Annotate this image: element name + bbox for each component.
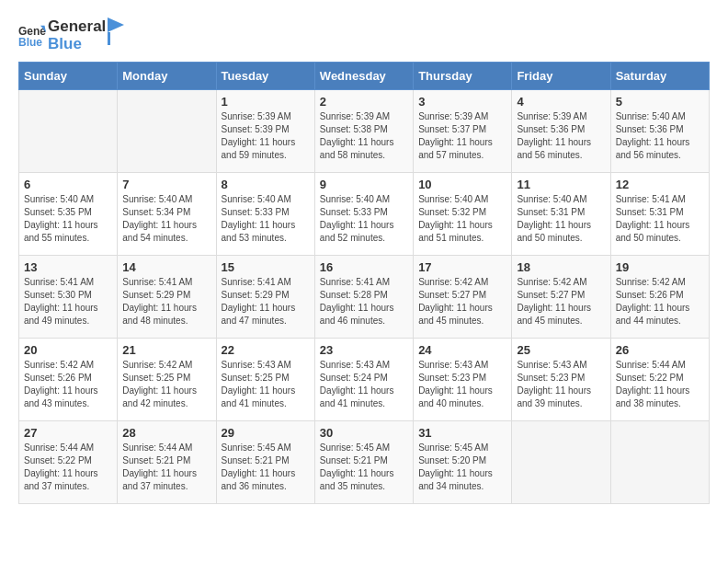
day-info: Sunrise: 5:40 AM Sunset: 5:33 PM Dayligh…: [222, 193, 310, 245]
sunset-text: Sunset: 5:23 PM: [418, 373, 486, 383]
logo-blue: Blue: [48, 36, 106, 53]
sunset-text: Sunset: 5:25 PM: [122, 373, 190, 383]
sunset-text: Sunset: 5:22 PM: [24, 455, 92, 465]
sunrise-text: Sunrise: 5:40 AM: [222, 194, 291, 204]
logo-general: General: [48, 18, 106, 36]
calendar-cell: 22 Sunrise: 5:43 AM Sunset: 5:25 PM Dayl…: [216, 339, 314, 421]
sunrise-text: Sunrise: 5:42 AM: [517, 277, 586, 287]
daylight-text: Daylight: 11 hours and 35 minutes.: [320, 468, 394, 491]
calendar-week-row: 27 Sunrise: 5:44 AM Sunset: 5:22 PM Dayl…: [19, 421, 710, 504]
sunrise-text: Sunrise: 5:41 AM: [122, 277, 192, 287]
day-info: Sunrise: 5:41 AM Sunset: 5:29 PM Dayligh…: [122, 276, 210, 327]
sunrise-text: Sunrise: 5:44 AM: [616, 360, 686, 370]
day-number: 5: [616, 95, 704, 109]
sunrise-text: Sunrise: 5:40 AM: [517, 194, 586, 204]
sunrise-text: Sunrise: 5:42 AM: [616, 277, 686, 287]
sunrise-text: Sunrise: 5:41 AM: [616, 194, 686, 204]
calendar-cell: 6 Sunrise: 5:40 AM Sunset: 5:35 PM Dayli…: [19, 173, 118, 256]
day-number: 28: [122, 426, 210, 440]
sunset-text: Sunset: 5:39 PM: [222, 124, 290, 134]
daylight-text: Daylight: 11 hours and 52 minutes.: [320, 220, 394, 243]
calendar-cell: 28 Sunrise: 5:44 AM Sunset: 5:21 PM Dayl…: [118, 421, 216, 504]
day-info: Sunrise: 5:42 AM Sunset: 5:26 PM Dayligh…: [24, 359, 112, 410]
day-info: Sunrise: 5:41 AM Sunset: 5:31 PM Dayligh…: [616, 193, 704, 245]
day-info: Sunrise: 5:44 AM Sunset: 5:22 PM Dayligh…: [616, 359, 704, 410]
calendar-cell: 20 Sunrise: 5:42 AM Sunset: 5:26 PM Dayl…: [19, 339, 118, 421]
day-number: 14: [122, 260, 210, 274]
day-number: 23: [320, 343, 408, 357]
day-number: 20: [24, 343, 112, 357]
day-number: 17: [418, 260, 506, 274]
sunset-text: Sunset: 5:22 PM: [616, 373, 684, 383]
weekday-header-saturday: Saturday: [610, 63, 709, 90]
daylight-text: Daylight: 11 hours and 47 minutes.: [222, 303, 296, 326]
day-number: 8: [222, 178, 310, 191]
calendar-cell: 17 Sunrise: 5:42 AM Sunset: 5:27 PM Dayl…: [414, 256, 512, 339]
day-info: Sunrise: 5:45 AM Sunset: 5:20 PM Dayligh…: [418, 442, 506, 493]
page-header: General Blue General Blue: [18, 18, 710, 52]
day-info: Sunrise: 5:43 AM Sunset: 5:24 PM Dayligh…: [320, 359, 408, 410]
day-info: Sunrise: 5:40 AM Sunset: 5:31 PM Dayligh…: [517, 193, 605, 245]
calendar-cell: 14 Sunrise: 5:41 AM Sunset: 5:29 PM Dayl…: [118, 256, 216, 339]
sunset-text: Sunset: 5:20 PM: [418, 455, 486, 465]
calendar-cell: 29 Sunrise: 5:45 AM Sunset: 5:21 PM Dayl…: [216, 421, 314, 504]
sunset-text: Sunset: 5:29 PM: [122, 290, 190, 300]
calendar-cell: 15 Sunrise: 5:41 AM Sunset: 5:29 PM Dayl…: [216, 256, 314, 339]
sunset-text: Sunset: 5:27 PM: [517, 290, 585, 300]
calendar-cell: 18 Sunrise: 5:42 AM Sunset: 5:27 PM Dayl…: [512, 256, 610, 339]
sunrise-text: Sunrise: 5:39 AM: [418, 111, 488, 121]
day-number: 13: [24, 260, 112, 274]
daylight-text: Daylight: 11 hours and 53 minutes.: [222, 220, 296, 243]
sunset-text: Sunset: 5:30 PM: [24, 290, 92, 300]
daylight-text: Daylight: 11 hours and 56 minutes.: [517, 137, 591, 160]
daylight-text: Daylight: 11 hours and 48 minutes.: [122, 303, 197, 326]
day-info: Sunrise: 5:44 AM Sunset: 5:21 PM Dayligh…: [122, 442, 210, 493]
sunrise-text: Sunrise: 5:45 AM: [320, 442, 390, 453]
calendar-week-row: 13 Sunrise: 5:41 AM Sunset: 5:30 PM Dayl…: [19, 256, 710, 339]
sunset-text: Sunset: 5:34 PM: [122, 207, 190, 217]
sunrise-text: Sunrise: 5:40 AM: [122, 194, 192, 204]
daylight-text: Daylight: 11 hours and 51 minutes.: [418, 220, 493, 243]
weekday-header-sunday: Sunday: [19, 63, 118, 90]
day-info: Sunrise: 5:39 AM Sunset: 5:38 PM Dayligh…: [320, 110, 408, 162]
daylight-text: Daylight: 11 hours and 57 minutes.: [418, 137, 493, 160]
day-number: 19: [616, 260, 704, 274]
day-number: 11: [517, 178, 605, 191]
day-info: Sunrise: 5:40 AM Sunset: 5:35 PM Dayligh…: [24, 193, 112, 245]
daylight-text: Daylight: 11 hours and 37 minutes.: [122, 468, 197, 491]
sunrise-text: Sunrise: 5:41 AM: [320, 277, 390, 287]
calendar-cell: 10 Sunrise: 5:40 AM Sunset: 5:32 PM Dayl…: [414, 173, 512, 256]
day-number: 22: [222, 343, 310, 357]
daylight-text: Daylight: 11 hours and 58 minutes.: [320, 137, 394, 160]
day-info: Sunrise: 5:41 AM Sunset: 5:29 PM Dayligh…: [222, 276, 310, 327]
sunrise-text: Sunrise: 5:40 AM: [418, 194, 488, 204]
sunrise-text: Sunrise: 5:44 AM: [24, 442, 94, 453]
sunset-text: Sunset: 5:38 PM: [320, 124, 388, 134]
sunset-text: Sunset: 5:33 PM: [222, 207, 290, 217]
sunset-text: Sunset: 5:26 PM: [24, 373, 92, 383]
sunrise-text: Sunrise: 5:43 AM: [418, 360, 488, 370]
weekday-header-monday: Monday: [118, 63, 216, 90]
sunrise-text: Sunrise: 5:43 AM: [517, 360, 586, 370]
logo-flag-icon: [108, 17, 124, 45]
daylight-text: Daylight: 11 hours and 45 minutes.: [517, 303, 591, 326]
day-info: Sunrise: 5:42 AM Sunset: 5:27 PM Dayligh…: [517, 276, 605, 327]
sunset-text: Sunset: 5:21 PM: [320, 455, 388, 465]
daylight-text: Daylight: 11 hours and 54 minutes.: [122, 220, 197, 243]
calendar-week-row: 1 Sunrise: 5:39 AM Sunset: 5:39 PM Dayli…: [19, 90, 710, 173]
sunrise-text: Sunrise: 5:40 AM: [320, 194, 390, 204]
svg-rect-4: [108, 32, 110, 45]
sunset-text: Sunset: 5:35 PM: [24, 207, 92, 217]
sunset-text: Sunset: 5:33 PM: [320, 207, 388, 217]
day-number: 9: [320, 178, 408, 191]
day-number: 31: [418, 426, 506, 440]
daylight-text: Daylight: 11 hours and 56 minutes.: [616, 137, 690, 160]
day-info: Sunrise: 5:45 AM Sunset: 5:21 PM Dayligh…: [320, 442, 408, 493]
daylight-text: Daylight: 11 hours and 55 minutes.: [24, 220, 98, 243]
day-number: 10: [418, 178, 506, 191]
day-number: 16: [320, 260, 408, 274]
sunrise-text: Sunrise: 5:43 AM: [320, 360, 390, 370]
sunset-text: Sunset: 5:27 PM: [418, 290, 486, 300]
sunset-text: Sunset: 5:23 PM: [517, 373, 585, 383]
daylight-text: Daylight: 11 hours and 42 minutes.: [122, 385, 197, 408]
